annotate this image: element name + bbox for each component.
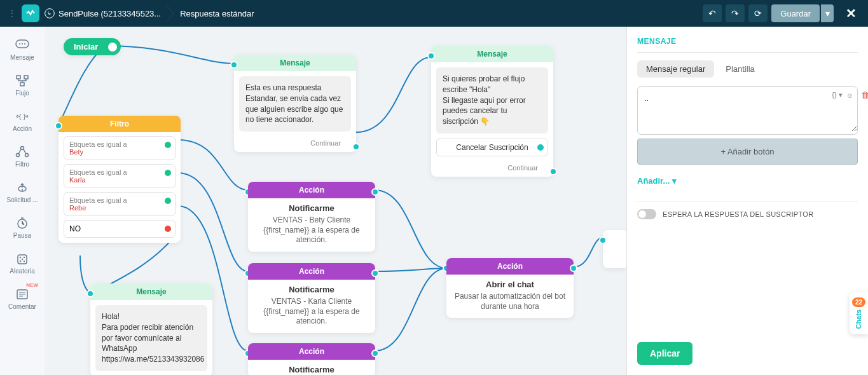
breadcrumb-flow: Respuesta estándar [180, 9, 254, 18]
filter-no[interactable]: NO [64, 220, 176, 238]
breadcrumb-channel-label: SendPulse (52133345523... [59, 9, 161, 18]
node-partial[interactable] [603, 230, 626, 268]
port-out[interactable] [352, 143, 360, 151]
close-button[interactable]: ✕ [841, 4, 860, 22]
tool-flow[interactable]: Flujo [5, 67, 39, 102]
port-in[interactable] [599, 236, 607, 244]
port-in[interactable] [427, 52, 435, 60]
node-button[interactable]: Cancelar Suscripción [436, 139, 548, 156]
history-button[interactable]: ⟳ [748, 4, 768, 22]
drag-handle-icon[interactable]: ⋮ [8, 8, 17, 18]
node-filter[interactable]: Filtro Etiqueta es igual a Bety Etiqueta… [59, 116, 181, 243]
tool-api[interactable]: Solicitud ... [5, 174, 39, 208]
flow-canvas[interactable]: Iniciar Mensaje Esta es una respuesta Es… [45, 27, 626, 375]
wait-response-toggle[interactable] [637, 209, 656, 219]
node-start[interactable]: Iniciar [64, 38, 121, 55]
svg-rect-5 [17, 76, 20, 79]
port-out[interactable] [537, 144, 544, 151]
save-dropdown[interactable]: ▾ [821, 4, 834, 22]
tool-action[interactable]: { } Acción [5, 103, 39, 137]
properties-panel: MENSAJE Mensaje regular Plantilla {} ▾ ☺… [626, 27, 868, 375]
tool-filter[interactable]: Filtro [5, 139, 39, 173]
node-action-1[interactable]: Acción Notificarme VENTAS - Bety Cliente… [248, 182, 375, 252]
port-out[interactable] [371, 188, 379, 196]
message-textarea[interactable] [638, 87, 857, 132]
svg-text:{ }: { } [19, 112, 26, 120]
svg-point-10 [17, 153, 20, 156]
tool-comment[interactable]: NEW Comentar [5, 281, 39, 315]
add-element-link[interactable]: Añadir... ▾ [637, 176, 858, 186]
save-button[interactable]: Guardar [771, 4, 820, 22]
node-header: Acción [248, 182, 375, 198]
node-action-2[interactable]: Acción Notificarme VENTAS - Karla Client… [248, 263, 375, 333]
filter-condition-3[interactable]: Etiqueta es igual a Rebe [64, 192, 176, 216]
node-continue: Continuar [234, 137, 356, 152]
breadcrumb-channel[interactable]: SendPulse (52133345523... [45, 8, 161, 18]
toggle-label: ESPERA LA RESPUESTA DEL SUSCRIPTOR [663, 210, 813, 218]
variable-picker[interactable]: {} ▾ [832, 91, 842, 99]
tool-pause[interactable]: Pausa [5, 210, 39, 244]
panel-footer: Aplicar [637, 342, 858, 365]
wait-response-row: ESPERA LA RESPUESTA DEL SUSCRIPTOR [637, 209, 858, 219]
filter-condition-1[interactable]: Etiqueta es igual a Bety [64, 136, 176, 160]
node-message-2[interactable]: Mensaje Si quieres probar el flujo escri… [431, 46, 553, 177]
action-subtitle: Notificarme [248, 198, 375, 215]
port-out[interactable] [165, 142, 171, 148]
port-out[interactable] [371, 269, 379, 277]
port-out[interactable] [165, 226, 171, 232]
tool-label: Acción [13, 125, 32, 132]
chats-count: 22 [852, 297, 865, 307]
action-icon: { } [15, 109, 30, 124]
port-out[interactable] [549, 168, 557, 175]
tab-template[interactable]: Plantilla [717, 60, 764, 78]
svg-point-4 [24, 43, 25, 44]
node-header: Acción [446, 258, 574, 275]
api-icon [15, 180, 30, 195]
panel-title: MENSAJE [637, 37, 858, 46]
chats-badge[interactable]: 22 Chats [850, 292, 868, 334]
port-in[interactable] [230, 61, 238, 69]
header-left: ⋮ SendPulse (52133345523... Respuesta es… [8, 4, 703, 22]
port-out[interactable] [165, 198, 171, 204]
port-out[interactable] [371, 350, 379, 357]
redo-button[interactable]: ↷ [726, 4, 745, 22]
port-out[interactable] [570, 264, 577, 272]
svg-point-11 [25, 153, 29, 156]
port-out[interactable] [108, 43, 117, 51]
tool-message[interactable]: Mensaje [5, 32, 39, 66]
comment-icon [15, 287, 30, 302]
tool-random[interactable]: Aleatoria [5, 245, 39, 280]
tool-label: Flujo [15, 90, 29, 97]
tool-label: Filtro [15, 161, 29, 168]
apply-button[interactable]: Aplicar [637, 342, 692, 365]
app-logo[interactable] [22, 4, 39, 22]
delete-icon[interactable]: 🗑 [861, 90, 868, 100]
port-in[interactable] [55, 122, 62, 130]
port-in[interactable] [86, 290, 94, 297]
port-out[interactable] [165, 170, 171, 176]
add-button-bar[interactable]: + Añadir botón [637, 139, 858, 165]
tool-label: Pausa [13, 232, 31, 239]
svg-point-14 [20, 256, 21, 257]
node-header: Mensaje [431, 46, 553, 62]
divider [637, 52, 858, 53]
svg-rect-7 [20, 83, 24, 86]
filter-condition-2[interactable]: Etiqueta es igual a Karla [64, 164, 176, 188]
header-right: ↶ ↷ ⟳ Guardar ▾ ✕ [703, 4, 860, 22]
node-action-4[interactable]: Acción Abrir el chat Pausar la automatiz… [446, 258, 574, 318]
emoji-picker-icon[interactable]: ☺ [846, 92, 853, 99]
undo-button[interactable]: ↶ [703, 4, 722, 22]
tool-label: Mensaje [10, 54, 34, 61]
node-header: Filtro [59, 116, 181, 132]
action-body: VENTAS - Bety Cliente {{first_name}} a l… [248, 215, 375, 252]
left-toolbar: Mensaje Flujo { } Acción Filtro Solicitu… [0, 27, 45, 375]
node-body: Si quieres probar el flujo escribe "Hola… [436, 67, 548, 133]
svg-point-18 [24, 260, 25, 261]
panel-tabs: Mensaje regular Plantilla [637, 60, 858, 78]
tab-regular-message[interactable]: Mensaje regular [637, 60, 714, 78]
action-subtitle: Notificarme [248, 280, 375, 297]
node-action-3[interactable]: Acción Notificarme [248, 343, 375, 375]
pause-icon [15, 215, 30, 231]
node-message-3[interactable]: Mensaje Hola! Para poder recibir atenció… [90, 283, 212, 375]
node-message-1[interactable]: Mensaje Esta es una respuesta Estandar, … [234, 55, 356, 152]
